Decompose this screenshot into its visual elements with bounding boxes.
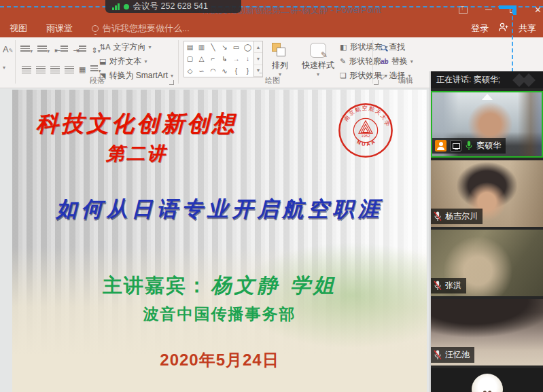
align-text-button[interactable]: ⬓ 对齐文本▾	[99, 56, 173, 67]
mic-muted-icon	[434, 350, 442, 360]
group-drawing: ▤ ▥ ╲ ↘ ▭ ◯ ▢ △ ⌐ ↳ → ↓ ◇ ∽ ◠ ∿ {	[181, 37, 370, 88]
shape-vertical-textbox[interactable]: ▥	[196, 41, 207, 53]
participant-name-bar: 汪忆池	[431, 347, 474, 363]
shape-scribble[interactable]: ∽	[196, 65, 207, 77]
slide-date: 2020年5月24日	[12, 349, 427, 371]
participant-name: 张淇	[445, 280, 461, 291]
editing-dialog-launcher[interactable]	[374, 80, 379, 85]
mic-on-icon	[465, 141, 473, 151]
mic-muted-icon	[434, 211, 442, 221]
slide-headline: 如何从日语专业开启航空职涯	[19, 195, 420, 224]
shape-right-arrow[interactable]: →	[230, 53, 242, 65]
participant-name: 杨吉尔川	[445, 211, 478, 222]
meeting-video-panel: 正在讲话: 窦硕华; 窦硕华 杨吉尔川	[430, 71, 543, 392]
video-tile-active-speaker[interactable]: 窦硕华	[431, 91, 543, 158]
lightbulb-icon	[92, 25, 99, 32]
participant-name: 汪忆池	[445, 349, 470, 361]
quick-styles-button[interactable]: 快速样式 ▾	[302, 43, 334, 77]
gallery-scroll-down[interactable]: ▼	[254, 53, 262, 65]
numbering-button[interactable]: ▾	[37, 43, 50, 56]
participant-name: 窦硕华	[476, 140, 501, 152]
status-dot-icon	[124, 4, 129, 10]
replace-button[interactable]: ab 替换▾	[381, 56, 413, 67]
speaking-text: 正在讲话: 窦硕华;	[436, 74, 500, 86]
shape-arc[interactable]: ◠	[207, 65, 219, 77]
sign-in-button[interactable]: 登录	[471, 22, 489, 35]
slide-speaker-line: 主讲嘉宾： 杨文静 学姐	[12, 272, 427, 300]
share-region-corner-handle[interactable]	[499, 5, 516, 15]
shape-oval[interactable]: ◯	[242, 41, 253, 53]
participant-tiles: 窦硕华 杨吉尔川 张淇	[431, 91, 543, 392]
group-label-editing: 编辑	[382, 75, 430, 86]
share-region-top-border	[0, 6, 543, 7]
align-left-button[interactable]	[22, 66, 31, 73]
shape-gallery[interactable]: ▤ ▥ ╲ ↘ ▭ ◯ ▢ △ ⌐ ↳ → ↓ ◇ ∽ ◠ ∿ {	[183, 41, 254, 77]
slide-canvas[interactable]: 科技文化创新创想 第二讲 1952 南京航空航天大学 NUAA 如何从日语专业开…	[12, 90, 427, 392]
video-tile[interactable]: 杨吉尔川	[431, 160, 543, 227]
group-label-paragraph: 段落	[18, 75, 177, 86]
gallery-scroll-up[interactable]: ▲	[254, 41, 262, 53]
shape-outline-icon: ✎	[340, 57, 346, 66]
shape-elbow[interactable]: ⌐	[207, 53, 219, 65]
columns-button[interactable]: ▦	[79, 65, 86, 74]
shape-effects-icon: ❏	[340, 71, 347, 80]
meeting-id-text: 会议号 252 628 541	[133, 1, 209, 12]
video-tile[interactable]: 张淇	[431, 230, 543, 296]
shape-down-arrow[interactable]: ↓	[242, 53, 253, 65]
justify-button[interactable]	[65, 66, 74, 73]
minimize-button[interactable]	[485, 10, 492, 10]
participant-name-bar: 张淇	[431, 278, 466, 293]
paragraph-dialog-launcher[interactable]	[169, 80, 174, 85]
shape-triangle[interactable]: △	[196, 53, 207, 65]
text-direction-button[interactable]: ⇅A 文字方向▾	[99, 41, 173, 53]
seal-year: 1952	[361, 134, 370, 138]
replace-icon: ab	[381, 58, 389, 65]
tab-view[interactable]: 视图	[0, 19, 37, 38]
align-text-icon: ⬓	[99, 57, 106, 66]
bullets-button[interactable]: ▾	[20, 43, 33, 56]
meeting-id-badge[interactable]: 会议号 252 628 541	[105, 0, 241, 13]
group-editing: 查找 ab 替换▾ ▷ 选择▾ 编辑	[375, 37, 436, 88]
shape-line[interactable]: ╲	[207, 41, 219, 53]
tellme-box[interactable]: 告诉我您想要做什么...	[92, 22, 190, 35]
video-tile[interactable]: 汪忆池	[431, 299, 543, 366]
slide-title: 科技文化创新创想	[31, 109, 242, 139]
tab-rain-classroom[interactable]: 雨课堂	[37, 19, 82, 38]
align-center-button[interactable]	[36, 66, 46, 73]
quick-styles-icon	[310, 43, 326, 58]
video-tile[interactable]	[431, 368, 543, 392]
share-button[interactable]: 共享	[519, 22, 536, 35]
shape-textbox[interactable]: ▤	[184, 41, 196, 53]
align-right-button[interactable]	[50, 66, 60, 73]
participant-name-bar: 窦硕华	[432, 138, 506, 154]
collapse-panel-arrow-icon[interactable]	[482, 94, 493, 100]
host-icon	[435, 140, 446, 152]
group-paragraph: ▾ ▾ ⇤ ⇥ ⇕▾ ▦ ▾ ⇅A 文字方向▾ ⬓	[18, 37, 177, 88]
shape-arrow-line[interactable]: ↘	[219, 41, 230, 53]
participant-name-bar: 杨吉尔川	[431, 209, 483, 224]
person-add-icon	[498, 22, 509, 34]
arrange-button[interactable]: 排列 ▾	[272, 43, 288, 77]
mic-muted-icon	[434, 281, 442, 291]
share-region-right-border	[512, 10, 513, 72]
shape-fill-icon: ◧	[340, 43, 347, 52]
screen-share-icon	[450, 140, 461, 152]
speaking-indicator-bar: 正在讲话: 窦硕华;	[431, 71, 543, 88]
find-button[interactable]: 查找	[381, 41, 413, 53]
slide-lecture-number: 第二讲	[31, 141, 242, 166]
shape-freeform[interactable]: ◇	[184, 65, 196, 77]
titlebar: 20200524科技文化创新创想第二讲-杨文静 - PowerPoint ✕	[0, 0, 543, 19]
shape-rectangle[interactable]: ▭	[230, 41, 242, 53]
clear-formatting-icon[interactable]: A✎ ▾	[3, 43, 13, 71]
shape-rounded-rectangle[interactable]: ▢	[184, 53, 196, 65]
nuaa-seal-logo: 1952 南京航空航天大学 NUAA	[337, 102, 394, 159]
avatar	[472, 374, 503, 392]
speaker-name: 杨文静 学姐	[211, 273, 336, 297]
tellme-label: 告诉我您想要做什么...	[103, 22, 190, 35]
shape-elbow-arrow[interactable]: ↳	[219, 53, 230, 65]
increase-indent-button[interactable]: ⇥	[73, 43, 86, 56]
signal-bars-icon	[112, 3, 120, 10]
svg-text:NUAA: NUAA	[356, 138, 378, 147]
decrease-indent-button[interactable]: ⇤	[54, 43, 68, 56]
participant-video-off	[431, 368, 543, 392]
